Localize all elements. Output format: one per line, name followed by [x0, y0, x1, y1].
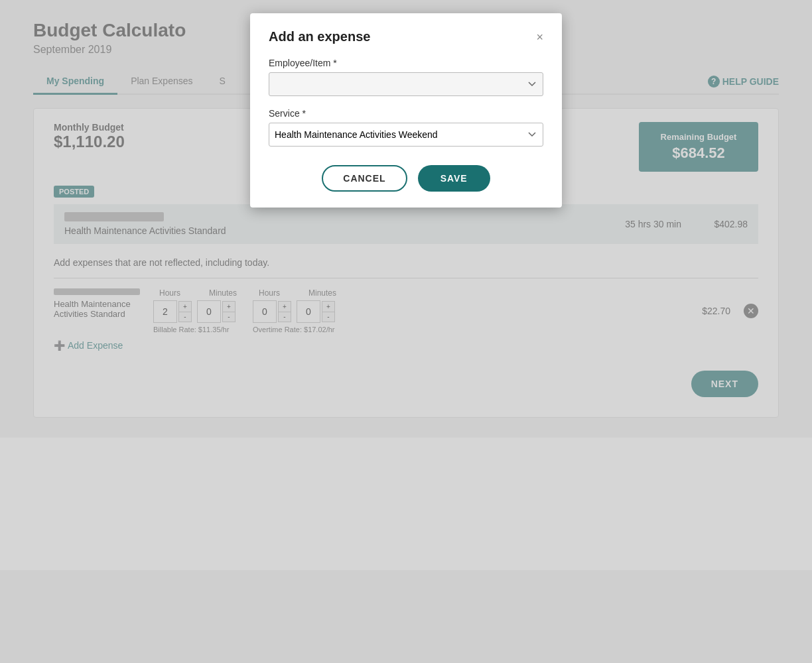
service-label: Service *	[269, 108, 543, 119]
save-button[interactable]: SAVE	[418, 165, 490, 192]
modal-close-button[interactable]: ×	[536, 31, 543, 43]
add-expense-modal: Add an expense × Employee/Item * Service…	[250, 13, 562, 208]
modal-actions: CANCEL SAVE	[269, 165, 543, 192]
modal-backdrop: Add an expense × Employee/Item * Service…	[0, 0, 812, 544]
service-field: Service * Health Maintenance Activities …	[269, 108, 543, 158]
employee-item-field: Employee/Item *	[269, 58, 543, 108]
page-wrapper: Budget Calculato September 2019 My Spend…	[0, 0, 812, 663]
modal-header: Add an expense ×	[269, 29, 543, 44]
employee-item-select[interactable]	[269, 72, 543, 96]
service-select[interactable]: Health Maintenance Activities Weekend	[269, 123, 543, 147]
employee-item-label: Employee/Item *	[269, 58, 543, 68]
cancel-button[interactable]: CANCEL	[322, 165, 407, 192]
modal-title: Add an expense	[269, 29, 370, 44]
